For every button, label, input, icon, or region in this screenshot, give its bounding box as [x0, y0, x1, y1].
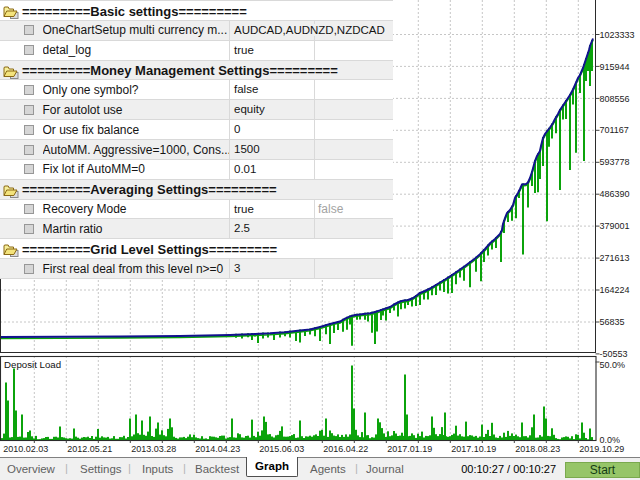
- svg-text:2013.03.28: 2013.03.28: [131, 444, 176, 454]
- svg-text:2017.10.19: 2017.10.19: [451, 444, 496, 454]
- svg-text:Deposit Load: Deposit Load: [4, 359, 61, 370]
- svg-text:2017.01.19: 2017.01.19: [387, 444, 432, 454]
- svg-text:50.0%: 50.0%: [600, 360, 626, 370]
- svg-text:2019.10.29: 2019.10.29: [579, 444, 624, 454]
- svg-text:2016.04.22: 2016.04.22: [323, 444, 368, 454]
- svg-text:2010.02.03: 2010.02.03: [3, 444, 48, 454]
- svg-text:0.0%: 0.0%: [600, 435, 621, 445]
- svg-text:2015.06.03: 2015.06.03: [259, 444, 304, 454]
- svg-text:379001: 379001: [600, 221, 630, 231]
- svg-text:56835: 56835: [600, 317, 625, 327]
- svg-text:486390: 486390: [600, 189, 630, 199]
- svg-text:808556: 808556: [600, 94, 630, 104]
- svg-text:915944: 915944: [600, 62, 630, 72]
- svg-text:164224: 164224: [600, 285, 630, 295]
- svg-text:2018.08.23: 2018.08.23: [515, 444, 560, 454]
- svg-text:701167: 701167: [600, 125, 629, 135]
- svg-text:2012.05.21: 2012.05.21: [67, 444, 112, 454]
- svg-text:1023333: 1023333: [600, 30, 635, 40]
- svg-text:593778: 593778: [600, 157, 630, 167]
- svg-text:2014.04.23: 2014.04.23: [195, 444, 240, 454]
- svg-text:271613: 271613: [600, 253, 630, 263]
- svg-text:-50553: -50553: [600, 349, 628, 359]
